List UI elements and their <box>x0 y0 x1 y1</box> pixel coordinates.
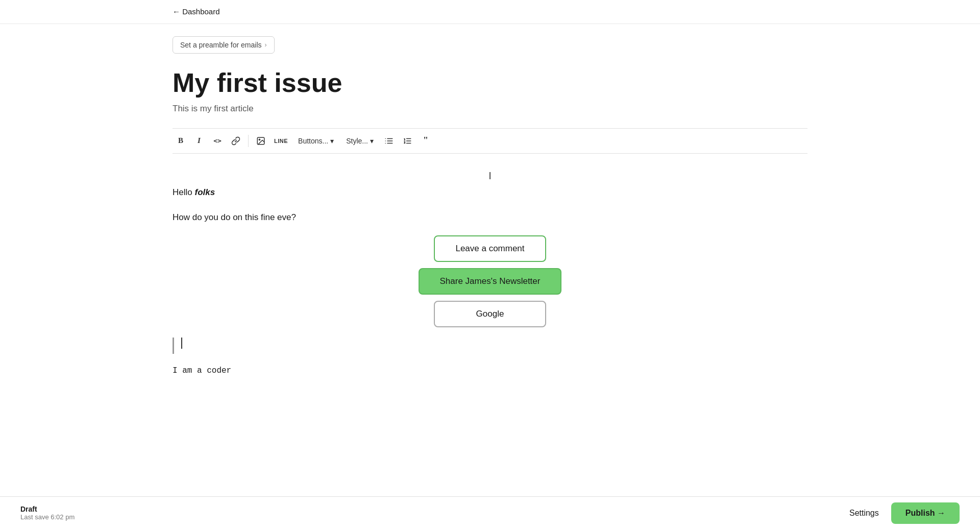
content-folks: folks <box>194 187 215 197</box>
buttons-dropdown[interactable]: Buttons... ▾ <box>293 135 339 147</box>
link-button[interactable] <box>228 133 244 149</box>
code-block[interactable]: I am a coder <box>173 364 807 378</box>
preamble-label: Set a preamble for emails <box>180 41 262 49</box>
main-content-area: Set a preamble for emails › My first iss… <box>0 24 980 491</box>
ordered-list-button[interactable] <box>399 133 415 149</box>
style-dropdown-label: Style... <box>346 137 368 145</box>
quote-button[interactable]: " <box>418 133 434 149</box>
buttons-dropdown-chevron-icon: ▾ <box>330 137 334 145</box>
last-save-label: Last save 6:02 pm <box>20 513 75 521</box>
svg-point-1 <box>259 139 260 140</box>
italic-button[interactable]: I <box>191 133 207 149</box>
editor-toolbar: B I <> LINE Buttons... ▾ Style... ▾ <box>173 128 807 154</box>
line-button[interactable]: LINE <box>271 133 291 149</box>
publish-button[interactable]: Publish → <box>891 502 960 524</box>
draft-info: Draft Last save 6:02 pm <box>20 505 75 521</box>
google-button[interactable]: Google <box>434 301 546 327</box>
bold-button[interactable]: B <box>173 133 189 149</box>
content-hello: Hello <box>173 187 194 197</box>
bottom-right-actions: Settings Publish → <box>849 502 960 524</box>
content-paragraph-1[interactable]: Hello folks <box>173 185 807 200</box>
text-cursor-icon <box>181 338 182 349</box>
share-newsletter-button[interactable]: Share James's Newsletter <box>419 268 562 295</box>
image-button[interactable] <box>253 133 269 149</box>
preamble-chevron-icon: › <box>265 41 267 49</box>
settings-button[interactable]: Settings <box>849 509 879 518</box>
content-paragraph-2[interactable]: How do you do on this fine eve? <box>173 210 807 225</box>
content-body[interactable]: I Hello folks How do you do on this fine… <box>173 168 807 378</box>
back-to-dashboard-link[interactable]: ← Dashboard <box>173 7 220 16</box>
back-link-label: ← Dashboard <box>173 7 220 16</box>
top-navigation: ← Dashboard <box>0 0 980 24</box>
bottom-bar: Draft Last save 6:02 pm Settings Publish… <box>0 496 980 529</box>
code-button[interactable]: <> <box>209 133 226 149</box>
leave-comment-button[interactable]: Leave a comment <box>434 235 546 262</box>
toolbar-divider-1 <box>248 135 249 147</box>
draft-status-label: Draft <box>20 505 75 513</box>
preamble-button[interactable]: Set a preamble for emails › <box>173 36 275 54</box>
unordered-list-button[interactable] <box>381 133 397 149</box>
cursor-indicator: I <box>488 167 492 184</box>
style-dropdown-chevron-icon: ▾ <box>370 137 374 145</box>
article-subtitle[interactable]: This is my first article <box>173 104 807 114</box>
content-button-group: Leave a comment Share James's Newsletter… <box>173 235 807 327</box>
style-dropdown[interactable]: Style... ▾ <box>341 135 379 147</box>
article-title[interactable]: My first issue <box>173 68 807 99</box>
buttons-dropdown-label: Buttons... <box>298 137 328 145</box>
empty-line-with-cursor[interactable] <box>173 338 807 354</box>
